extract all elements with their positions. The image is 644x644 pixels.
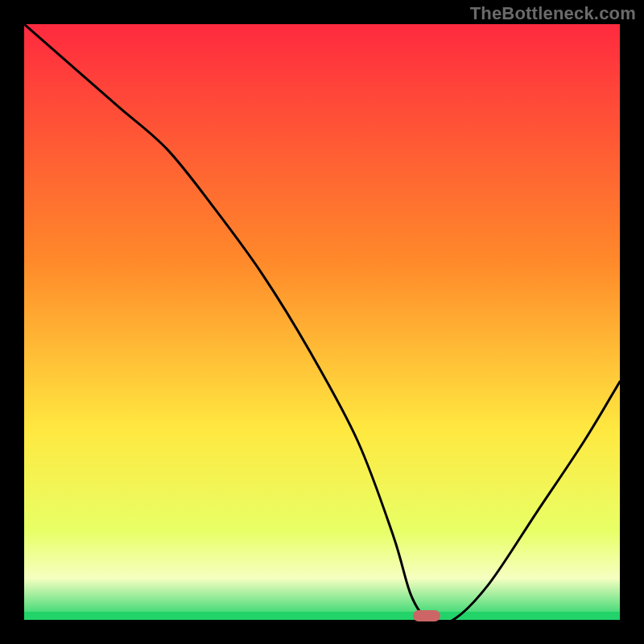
chart-frame: TheBottleneck.com — [0, 0, 644, 644]
heat-gradient — [24, 24, 620, 620]
bottleneck-plot — [0, 0, 644, 644]
optimum-marker — [413, 610, 440, 621]
watermark-label: TheBottleneck.com — [470, 3, 636, 24]
green-baseline — [24, 612, 620, 620]
